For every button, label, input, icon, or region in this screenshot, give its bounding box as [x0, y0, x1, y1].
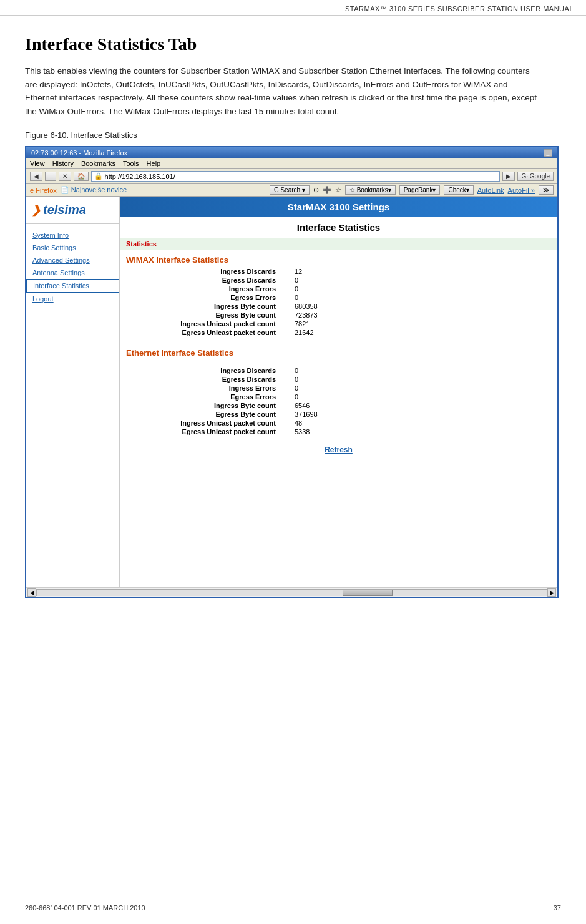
menu-help[interactable]: Help [147, 160, 161, 167]
wimax-egress-unicast-value: 21642 [282, 328, 557, 337]
table-row: Ingress Unicast packet count 7821 [120, 319, 557, 328]
eth-ingress-discards-value: 0 [282, 366, 557, 375]
page-title: Interface Statistics Tab [25, 34, 561, 54]
options-button[interactable]: ≫ [539, 185, 554, 195]
footer-left: 260-668104-001 REV 01 MARCH 2010 [25, 904, 145, 912]
eth-ingress-unicast-value: 48 [282, 419, 557, 427]
table-row: Ingress Errors 0 [120, 384, 557, 392]
wimax-ingress-errors-label: Ingress Errors [120, 284, 282, 293]
eth-egress-unicast-value: 5338 [282, 427, 557, 436]
padding-space [120, 462, 557, 587]
firefox-label: e Firefox [30, 187, 57, 194]
eth-egress-errors-label: Egress Errors [120, 392, 282, 401]
menu-bookmarks[interactable]: Bookmarks [81, 160, 115, 167]
ethernet-section-title: Ethernet Interface Statistics [120, 343, 557, 360]
nav-basic-settings[interactable]: Basic Settings [26, 241, 119, 254]
najnovejse-label[interactable]: 📄 Najnovejše novice [61, 186, 127, 194]
table-row: Egress Errors 0 [120, 293, 557, 302]
wimax-ingress-byte-value: 680358 [282, 302, 557, 311]
scroll-right-button[interactable]: ▶ [547, 588, 556, 597]
sidebar: ❯ telsima System Info Basic Settings Adv… [26, 197, 120, 587]
scrollbar-thumb[interactable] [343, 590, 393, 596]
browser-menubar: View History Bookmarks Tools Help [26, 158, 557, 169]
wimax-section-title: WiMAX Interface Statistics [120, 250, 557, 267]
google-search-button[interactable]: G· Google [517, 172, 554, 181]
table-row: Egress Byte count 723873 [120, 311, 557, 319]
table-row: Egress Unicast packet count 21642 [120, 328, 557, 337]
logo-text: ❯ telsima [31, 203, 114, 217]
table-row: Ingress Discards 12 [120, 267, 557, 276]
back-button[interactable]: ◀ [30, 172, 42, 181]
ethernet-stats-table: Ingress Discards 0 Egress Discards 0 Ing… [120, 366, 557, 436]
wimax-egress-errors-label: Egress Errors [120, 293, 282, 302]
wimax-ingress-errors-value: 0 [282, 284, 557, 293]
eth-ingress-errors-value: 0 [282, 384, 557, 392]
search-dropdown[interactable]: G Search ▾ [270, 185, 310, 195]
table-row: Egress Errors 0 [120, 392, 557, 401]
wimax-egress-byte-value: 723873 [282, 311, 557, 319]
menu-tools[interactable]: Tools [123, 160, 139, 167]
manual-title: STARMAX™ 3100 SERIES SUBSCRIBER STATION … [345, 5, 574, 12]
eth-ingress-byte-label: Ingress Byte count [120, 401, 282, 410]
table-row: Egress Unicast packet count 5338 [120, 427, 557, 436]
refresh-nav-button[interactable]: ✕ [59, 172, 71, 181]
check-dropdown[interactable]: Check▾ [444, 185, 473, 195]
pagerank-dropdown[interactable]: PageRank▾ [399, 185, 441, 195]
description: This tab enables viewing the counters fo… [25, 64, 537, 118]
telsima-logo: ❯ telsima [26, 197, 119, 224]
autolink-label[interactable]: AutoLink [477, 187, 504, 194]
star-icon: ☆ [335, 186, 341, 194]
refresh-link-container: Refresh [120, 436, 557, 462]
eth-egress-byte-label: Egress Byte count [120, 410, 282, 419]
panel-title: Interface Statistics [120, 217, 557, 238]
footer-right: 37 [554, 904, 561, 912]
eth-egress-discards-label: Egress Discards [120, 375, 282, 384]
table-row: Ingress Unicast packet count 48 [120, 419, 557, 427]
minimize-button[interactable]: _ [544, 149, 552, 157]
table-row: Ingress Byte count 680358 [120, 302, 557, 311]
menu-history[interactable]: History [52, 160, 74, 167]
address-bar[interactable]: 🔒 [91, 171, 501, 182]
wimax-ingress-unicast-value: 7821 [282, 319, 557, 328]
browser-toolbar: ◀ – ✕ 🏠 🔒 ▶ G· Google [26, 169, 557, 184]
wimax-ingress-byte-label: Ingress Byte count [120, 302, 282, 311]
nav-system-info[interactable]: System Info [26, 229, 119, 241]
autofill-label[interactable]: AutoFil » [508, 187, 535, 194]
statistics-label: Statistics [120, 238, 557, 250]
scrollbar-area[interactable]: ◀ ▶ [26, 587, 557, 597]
starmax-title: StarMAX 3100 Settings [288, 202, 389, 212]
nav-interface-statistics[interactable]: Interface Statistics [26, 279, 119, 293]
logo-icon: ❯ [31, 203, 41, 217]
eth-ingress-unicast-label: Ingress Unicast packet count [120, 419, 282, 427]
menu-view[interactable]: View [30, 160, 45, 167]
nav-advanced-settings[interactable]: Advanced Settings [26, 254, 119, 266]
nav-antenna-settings[interactable]: Antenna Settings [26, 266, 119, 279]
eth-egress-discards-value: 0 [282, 375, 557, 384]
scroll-left-button[interactable]: ◀ [27, 588, 36, 597]
figure-number: Figure 6-10. [25, 130, 69, 140]
lock-icon: 🔒 [94, 172, 103, 180]
main-panel: StarMAX 3100 Settings Interface Statisti… [120, 197, 557, 587]
refresh-link[interactable]: Refresh [325, 445, 353, 454]
browser-title: 02:73:00:12:63 - Mozilla Firefox [31, 149, 127, 157]
scrollbar-track[interactable] [36, 589, 547, 596]
eth-ingress-byte-value: 6546 [282, 401, 557, 410]
forward-button[interactable]: – [45, 172, 56, 181]
wimax-egress-byte-label: Egress Byte count [120, 311, 282, 319]
eth-egress-byte-value: 371698 [282, 410, 557, 419]
browser-content: ❯ telsima System Info Basic Settings Adv… [26, 197, 557, 587]
nav-logout[interactable]: Logout [26, 293, 119, 305]
bookmarks-dropdown[interactable]: ☆ Bookmarks▾ [345, 185, 396, 195]
bookmarks-bar: e Firefox 📄 Najnovejše novice G Search ▾… [26, 184, 557, 197]
separator1: ⊕ [313, 186, 319, 194]
go-button[interactable]: ▶ [502, 172, 515, 181]
home-button[interactable]: 🏠 [74, 172, 89, 181]
table-row: Egress Byte count 371698 [120, 410, 557, 419]
wimax-egress-unicast-label: Egress Unicast packet count [120, 328, 282, 337]
wimax-ingress-unicast-label: Ingress Unicast packet count [120, 319, 282, 328]
page-footer: 260-668104-001 REV 01 MARCH 2010 37 [25, 900, 561, 912]
wimax-ingress-discards-label: Ingress Discards [120, 267, 282, 276]
eth-egress-errors-value: 0 [282, 392, 557, 401]
page-header: STARMAX™ 3100 SERIES SUBSCRIBER STATION … [0, 0, 586, 16]
address-input[interactable] [105, 173, 497, 180]
